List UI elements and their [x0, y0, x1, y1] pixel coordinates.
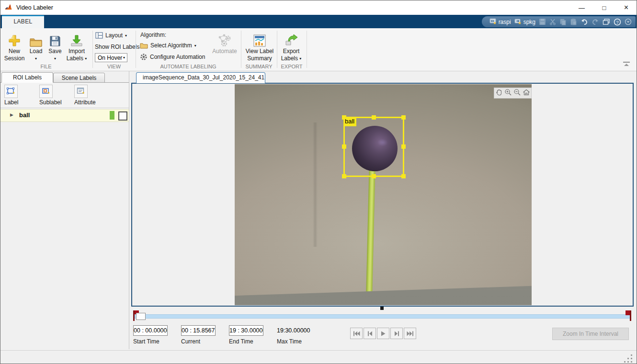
zoom-out-button[interactable]: [513, 88, 521, 98]
max-time-value: 19:30.00000: [277, 327, 310, 334]
section-view: VIEW: [92, 64, 136, 69]
quick-access-toolbar: raspi spkg: [482, 16, 636, 27]
bbox-handle-w[interactable]: [342, 144, 346, 149]
first-frame-button[interactable]: [350, 328, 363, 339]
timeline-scrubber[interactable]: [136, 313, 146, 320]
image-zoom-toolbar: [494, 88, 532, 99]
import-caret-icon: ▾: [85, 56, 87, 61]
zoom-in-time-interval-button: Zoom In Time Interval: [552, 328, 629, 340]
qat-undo-button[interactable]: [580, 18, 588, 25]
section-file: FILE: [0, 64, 91, 69]
ribbon-tab-band: LABEL raspi spkg: [0, 15, 637, 28]
divider: [92, 31, 93, 68]
divider: [307, 31, 307, 68]
qat-paste-button: [570, 18, 577, 25]
document-tab[interactable]: imageSequence_Data_30_Jul_2020_15_24_41: [136, 72, 265, 83]
qat-copy-button: [559, 18, 567, 25]
current-time-field[interactable]: [181, 325, 216, 336]
spkg-icon: [514, 18, 522, 25]
roi-label-name: ball: [19, 111, 30, 119]
first-frame-icon: [353, 331, 360, 336]
titlebar: Video Labeler — □ ×: [0, 0, 637, 15]
qat-dropdown-button[interactable]: [625, 18, 632, 25]
load-button[interactable]: Load ▾: [26, 30, 46, 62]
roi-bounding-box[interactable]: ball: [343, 117, 404, 177]
maximize-icon: □: [603, 4, 606, 11]
save-caret-icon: ▾: [54, 56, 56, 61]
import-labels-button[interactable]: Import Labels ▾: [64, 30, 90, 62]
define-sublabel-button[interactable]: Sublabel: [39, 85, 62, 106]
save-icon: [539, 18, 546, 25]
tab-scene-labels[interactable]: Scene Labels: [53, 73, 105, 83]
panel-splitter-handle[interactable]: [380, 307, 384, 310]
zoom-in-button[interactable]: [504, 88, 512, 98]
video-display-panel: ball: [131, 83, 634, 307]
previous-frame-button[interactable]: [364, 328, 376, 339]
close-button[interactable]: ×: [615, 0, 637, 15]
divider: [277, 31, 277, 68]
tab-label[interactable]: LABEL: [2, 15, 44, 28]
start-time-field[interactable]: [133, 325, 168, 336]
window-title: Video Labeler: [16, 4, 53, 11]
export-labels-button[interactable]: Export Labels ▾: [279, 30, 304, 62]
export-labels-icon: [279, 30, 304, 48]
import-labels-icon: [64, 30, 90, 48]
layout-icon: [95, 32, 103, 39]
status-bar: [0, 350, 637, 364]
tab-roi-labels[interactable]: ROI Labels: [1, 72, 53, 83]
new-session-button[interactable]: New Session: [3, 30, 25, 62]
bbox-handle-sw[interactable]: [342, 174, 346, 178]
next-frame-button[interactable]: [390, 328, 403, 339]
roi-label-item-ball[interactable]: ▶ ball: [0, 109, 129, 122]
algorithm-label: Algorithm:: [140, 32, 166, 38]
automate-icon: [210, 30, 239, 48]
select-algorithm-button[interactable]: Select Algorithm ▾: [140, 42, 196, 49]
start-time-label: Start Time: [133, 338, 159, 345]
last-frame-icon: [407, 331, 414, 336]
bbox-handle-se[interactable]: [401, 174, 406, 178]
show-roi-labels-dropdown[interactable]: On Hover ▾: [95, 53, 127, 62]
qat-help-button[interactable]: ?: [614, 18, 621, 26]
wall-shadow: [313, 122, 318, 247]
last-frame-button[interactable]: [404, 328, 416, 339]
bbox-handle-ne[interactable]: [401, 115, 406, 120]
load-icon: [26, 30, 46, 48]
timeline-track[interactable]: [135, 314, 631, 319]
qat-layout-windows-button[interactable]: [603, 18, 610, 25]
save-ribbon-icon: [46, 30, 64, 48]
show-roi-labels-label: Show ROI Labels: [95, 44, 139, 50]
divider: [136, 31, 136, 68]
raspi-shortcut-button[interactable]: raspi: [489, 18, 511, 25]
svg-text:?: ?: [616, 20, 618, 24]
qat-save-button: [539, 18, 546, 25]
roi-label-color-swatch: [110, 111, 114, 120]
matlab-logo-icon: [5, 3, 13, 11]
maximize-button[interactable]: □: [593, 0, 615, 15]
windows-icon: [603, 18, 610, 25]
define-label-button[interactable]: Label: [4, 85, 18, 106]
video-frame[interactable]: ball: [235, 84, 532, 305]
copy-icon: [559, 18, 567, 25]
view-label-summary-button[interactable]: View Label Summary: [244, 30, 275, 62]
pan-hand-button[interactable]: [495, 88, 503, 98]
define-attribute-button[interactable]: Attribute: [74, 85, 96, 106]
minimize-button[interactable]: —: [570, 0, 593, 15]
export-caret-icon: ▾: [299, 56, 301, 61]
expander-icon[interactable]: ▶: [10, 112, 13, 117]
paste-icon: [570, 18, 577, 25]
bbox-handle-s[interactable]: [372, 174, 376, 178]
collapse-ribbon-button[interactable]: [622, 60, 631, 69]
interval-end-flag[interactable]: [630, 310, 631, 321]
bbox-handle-e[interactable]: [401, 144, 406, 149]
spkg-shortcut-button[interactable]: spkg: [514, 18, 535, 25]
end-time-field[interactable]: [229, 325, 263, 336]
home-view-button[interactable]: [523, 88, 530, 98]
layout-button[interactable]: Layout ▾: [95, 32, 127, 39]
bbox-handle-n[interactable]: [372, 115, 376, 120]
play-button[interactable]: [377, 328, 389, 339]
save-button[interactable]: Save ▾: [46, 30, 64, 62]
divider: [241, 31, 241, 68]
configure-automation-button[interactable]: Configure Automation: [140, 53, 205, 61]
stick: [366, 162, 375, 305]
max-time-label: Max Time: [277, 338, 302, 345]
